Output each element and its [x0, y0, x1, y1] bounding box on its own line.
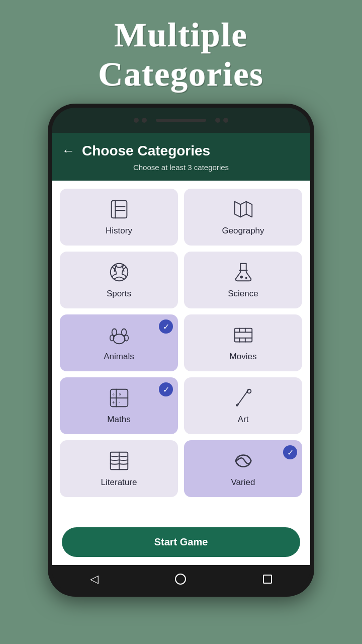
categories-grid: History Geography [52, 181, 310, 502]
category-animals[interactable]: ✓ Animals [60, 314, 178, 371]
animals-check: ✓ [159, 319, 173, 334]
svg-point-6 [110, 264, 128, 281]
sports-icon [108, 261, 131, 284]
literature-icon [108, 449, 131, 472]
nav-back-icon[interactable]: ◁ [90, 573, 99, 586]
category-literature[interactable]: Literature [60, 440, 178, 497]
svg-rect-17 [234, 329, 252, 342]
back-button[interactable]: ← [62, 143, 75, 158]
category-maths-label: Maths [107, 415, 130, 425]
category-literature-label: Literature [101, 477, 137, 488]
nav-recent-icon[interactable] [263, 575, 272, 584]
category-science[interactable]: Science [184, 252, 302, 308]
category-geography-label: Geography [222, 226, 264, 236]
start-game-button[interactable]: Start Game [62, 527, 300, 557]
category-movies[interactable]: Movies [184, 314, 302, 371]
category-science-label: Science [228, 289, 258, 299]
category-varied-label: Varied [231, 477, 255, 488]
phone-notch [52, 108, 310, 133]
nav-home-icon[interactable] [175, 574, 186, 585]
maths-check: ✓ [159, 382, 173, 396]
category-history-label: History [106, 226, 132, 236]
svg-line-31 [238, 390, 248, 404]
spacer [52, 502, 310, 522]
varied-icon [232, 449, 255, 472]
map-icon [232, 198, 255, 221]
phone-screen: ← Choose Categories Choose at least 3 ca… [52, 133, 310, 565]
phone-nav-bar: ◁ [52, 565, 310, 593]
category-varied[interactable]: ✓ Varied [184, 440, 302, 497]
maths-icon: ÷ × + - [108, 386, 131, 410]
svg-point-13 [112, 329, 117, 336]
category-art[interactable]: Art [184, 377, 302, 434]
svg-marker-3 [234, 202, 252, 217]
category-maths[interactable]: ✓ ÷ × + - Maths [60, 377, 178, 434]
svg-text:÷: ÷ [112, 392, 114, 397]
svg-text:+: + [112, 400, 115, 406]
category-geography[interactable]: Geography [184, 189, 302, 246]
page-title: Multiple Categories [98, 15, 264, 94]
start-button-area: Start Game [52, 522, 310, 565]
category-history[interactable]: History [60, 189, 178, 246]
svg-point-14 [121, 329, 126, 336]
category-sports[interactable]: Sports [60, 252, 178, 308]
movies-icon [232, 324, 255, 347]
art-icon [232, 386, 255, 410]
science-icon [232, 261, 255, 284]
svg-text:-: - [119, 400, 120, 406]
phone-mockup: ← Choose Categories Choose at least 3 ca… [48, 104, 314, 597]
category-art-label: Art [238, 415, 249, 425]
svg-point-10 [240, 276, 243, 279]
category-animals-label: Animals [104, 352, 134, 362]
svg-text:×: × [119, 392, 122, 397]
screen-subtitle: Choose at least 3 categories [62, 163, 300, 172]
category-sports-label: Sports [107, 289, 131, 299]
svg-point-11 [245, 277, 247, 279]
book-icon [108, 198, 131, 221]
animals-icon [108, 324, 131, 347]
varied-check: ✓ [283, 445, 297, 459]
category-movies-label: Movies [230, 352, 257, 362]
screen-header: ← Choose Categories Choose at least 3 ca… [52, 133, 310, 181]
screen-title: Choose Categories [82, 143, 210, 159]
